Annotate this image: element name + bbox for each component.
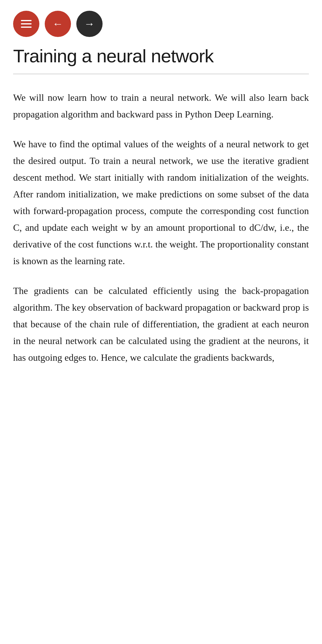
paragraph-1: We will now learn how to train a neural …: [13, 89, 309, 123]
paragraph-3: The gradients can be calculated efficien…: [13, 282, 309, 366]
title-divider: [13, 74, 309, 74]
back-button[interactable]: ←: [45, 11, 71, 37]
page-title: Training a neural network: [13, 45, 309, 66]
paragraph-2: We have to find the optimal values of th…: [13, 136, 309, 269]
back-arrow-icon: ←: [52, 18, 63, 30]
forward-button[interactable]: →: [76, 11, 103, 37]
forward-arrow-icon: →: [84, 18, 95, 30]
content-area: Training a neural network We will now le…: [0, 45, 322, 384]
menu-button[interactable]: [13, 11, 39, 37]
menu-icon: [21, 20, 32, 28]
top-nav: ← →: [0, 0, 322, 45]
